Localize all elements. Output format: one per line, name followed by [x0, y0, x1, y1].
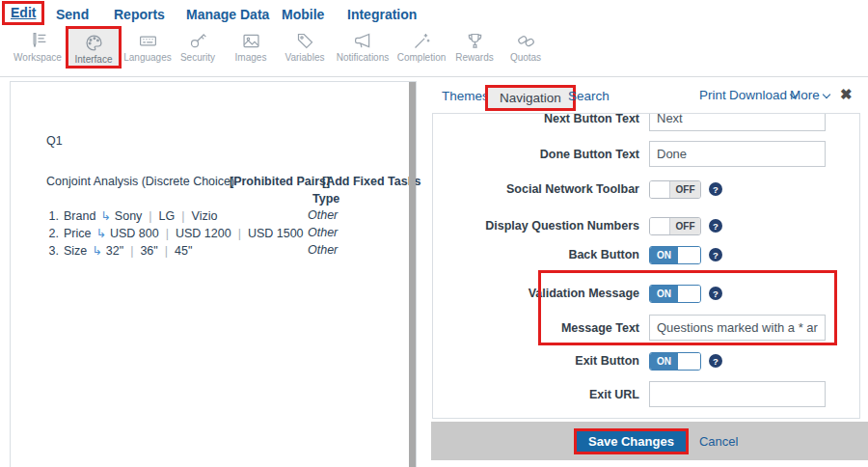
nav-item-edit[interactable]: Edit	[2, 1, 44, 25]
help-icon[interactable]: ?	[709, 354, 722, 368]
next-button-text-input[interactable]	[649, 113, 826, 131]
nav-item-mobile[interactable]: Mobile	[282, 7, 324, 22]
attribute-value[interactable]: LG	[159, 209, 176, 223]
attribute-row: 3. Size ↳ 32" | 36" | 45" Other	[46, 243, 415, 258]
form-row-display-question-numbers: Display Question Numbers OFF ?	[433, 216, 859, 235]
field-label: Validation Message	[433, 287, 639, 300]
print-link[interactable]: Print	[699, 88, 726, 102]
nav-item-integration[interactable]: Integration	[347, 7, 417, 22]
toolbar-item-images[interactable]: Images	[228, 31, 274, 63]
exit-url-input[interactable]	[649, 381, 826, 407]
done-button-text-input[interactable]	[649, 141, 826, 167]
toolbar-item-languages[interactable]: Languages	[123, 31, 172, 63]
form-row-social-network-toolbar: Social Network Toolbar OFF ?	[433, 179, 859, 199]
toggle-knob	[678, 247, 700, 263]
back-button-toggle[interactable]: ON	[649, 246, 701, 264]
toolbar-label: Variables	[278, 52, 332, 63]
field-label: Exit URL	[433, 388, 639, 401]
nav-item-send[interactable]: Send	[56, 7, 89, 22]
toolbar-item-security[interactable]: Security	[174, 31, 222, 63]
attribute-value[interactable]: 32"	[106, 244, 123, 258]
question-code[interactable]: Q1	[46, 134, 63, 148]
attribute-value[interactable]: Vizio	[192, 209, 218, 223]
help-icon[interactable]: ?	[709, 182, 722, 196]
question-title[interactable]: Conjoint Analysis (Discrete Choice)	[46, 175, 234, 188]
toolbar-item-variables[interactable]: Variables	[278, 31, 332, 63]
app-window: Edit Send Reports Manage Data Mobile Int…	[0, 0, 868, 467]
separator: |	[166, 227, 169, 240]
close-icon[interactable]: ✖	[840, 86, 853, 103]
cancel-link[interactable]: Cancel	[699, 434, 738, 449]
toggle-state-label: OFF	[670, 181, 700, 198]
toolbar-label: Notifications	[332, 52, 393, 63]
preview-scrollbar[interactable]	[409, 82, 416, 467]
toolbar-label: Languages	[123, 52, 172, 63]
attribute-value[interactable]: USD 800	[110, 227, 159, 240]
form-row-exit-button: Exit Button ON ?	[433, 351, 859, 371]
help-icon[interactable]: ?	[709, 287, 722, 300]
row-type: Other	[308, 208, 338, 222]
toolbar-item-completion[interactable]: Completion	[393, 31, 449, 63]
toolbar-item-quotas[interactable]: Quotas	[500, 31, 552, 63]
save-changes-button[interactable]: Save Changes	[577, 431, 686, 452]
attribute-name[interactable]: Brand	[64, 209, 95, 223]
tab-navigation[interactable]: Navigation	[488, 88, 573, 108]
validation-message-toggle[interactable]: ON	[649, 285, 701, 303]
form-row-exit-url: Exit URL	[433, 381, 859, 407]
interface-icon	[84, 33, 104, 53]
attribute-name[interactable]: Price	[64, 227, 91, 240]
tab-themes[interactable]: Themes	[442, 89, 489, 103]
panel-footer: Save Changes Cancel	[431, 422, 868, 460]
prohibited-pairs-link[interactable]: [Prohibited Pairs]	[230, 175, 330, 188]
field-label: Back Button	[433, 248, 639, 261]
attribute-value[interactable]: USD 1200	[176, 227, 231, 240]
navigation-settings-form: Next Button Text Done Button Text Social…	[432, 113, 860, 419]
separator: |	[181, 209, 184, 223]
nav-item-reports[interactable]: Reports	[114, 7, 165, 22]
download-label: Download	[729, 88, 787, 102]
completion-icon	[412, 31, 432, 51]
save-highlight-box: Save Changes	[574, 428, 689, 454]
form-row-message-text: Message Text	[433, 315, 859, 341]
attribute-value[interactable]: Sony	[115, 209, 143, 223]
notifications-icon	[353, 31, 373, 51]
toggle-knob	[650, 181, 670, 198]
security-icon	[188, 31, 208, 51]
toolbar-item-interface[interactable]: Interface	[66, 26, 122, 69]
branch-arrow-icon: ↳	[100, 208, 110, 223]
images-icon	[241, 31, 261, 51]
branch-arrow-icon: ↳	[92, 243, 101, 258]
form-row-back-button: Back Button ON ?	[433, 245, 859, 264]
add-fixed-tasks-link[interactable]: [Add Fixed Tasks	[322, 175, 421, 188]
nav-item-manage-data[interactable]: Manage Data	[186, 7, 269, 22]
form-row-done-button-text: Done Button Text	[433, 141, 859, 167]
exit-button-toggle[interactable]: ON	[649, 352, 701, 371]
help-icon[interactable]: ?	[709, 248, 722, 261]
more-link[interactable]: More	[790, 88, 829, 102]
separator: |	[238, 227, 241, 240]
toolbar-item-rewards[interactable]: Rewards	[451, 31, 498, 63]
attribute-value[interactable]: 36"	[140, 244, 157, 258]
toolbar-label: Rewards	[451, 52, 498, 63]
social-network-toolbar-toggle[interactable]: OFF	[649, 180, 701, 199]
toolbar-label: Interface	[68, 54, 119, 65]
attribute-name[interactable]: Size	[64, 244, 87, 258]
toggle-knob	[678, 286, 700, 302]
row-number: 3.	[46, 244, 59, 258]
help-icon[interactable]: ?	[709, 219, 722, 233]
attribute-value[interactable]: USD 1500	[248, 227, 304, 240]
toolbar-label: Images	[228, 52, 274, 63]
navigation-tab-highlight: Navigation	[485, 85, 576, 111]
download-link[interactable]: Download	[729, 88, 797, 102]
variables-icon	[295, 31, 315, 51]
toolbar-item-workspace[interactable]: Workspace	[8, 31, 68, 63]
display-question-numbers-toggle[interactable]: OFF	[649, 217, 701, 235]
row-number: 2.	[46, 227, 59, 240]
attribute-value[interactable]: 45"	[175, 244, 192, 258]
tab-search[interactable]: Search	[568, 89, 610, 103]
toggle-state-label: ON	[650, 286, 678, 302]
toggle-state-label: ON	[650, 247, 678, 263]
toolbar-label: Security	[174, 52, 222, 63]
toolbar-item-notifications[interactable]: Notifications	[332, 31, 393, 63]
message-text-input[interactable]	[649, 315, 826, 341]
